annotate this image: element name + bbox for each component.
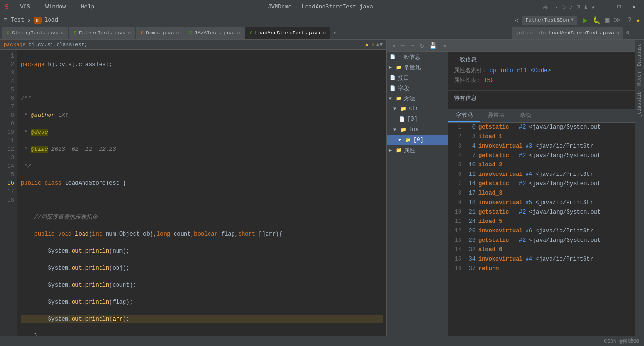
tab-overflow-button[interactable]: ▾ [331, 29, 338, 37]
tab-close-stringtest[interactable]: ✕ [61, 30, 64, 36]
code-lines-container: 1 2 3 4 5 6 7 8 9 10 11 12 13 14 15 16 1 [0, 50, 386, 336]
minimize-button[interactable]: — [599, 3, 610, 11]
close-button[interactable]: ✕ [628, 2, 639, 11]
bookmark-button[interactable]: ★ [636, 16, 640, 24]
tool-maven[interactable]: Maven [636, 70, 643, 88]
bc-args-1: #2 <java/lang/System.out [519, 124, 631, 131]
menu-help[interactable]: Help [77, 3, 98, 11]
jclasslib-prefix: jclasslib: [516, 30, 547, 36]
code-text-area[interactable]: package bj.cy.sj.classTest; /** * @autho… [17, 50, 386, 336]
jcls-back-btn[interactable]: ← [400, 42, 407, 49]
bc-row-10: 10 21 getstatic #2 <java/lang/System.out [448, 207, 635, 217]
tree-method-0-attr0[interactable]: 📄 [0] [387, 114, 448, 124]
package-text: package [4, 42, 25, 48]
settings-icon[interactable]: ⚙ [623, 29, 632, 36]
tab-javatest[interactable]: C JAVATest.java ✕ [184, 27, 245, 39]
run-config-dropdown-icon[interactable]: ▼ [571, 17, 574, 23]
warning-indicator: ▲ 5 [365, 42, 375, 48]
tab-exception-table[interactable]: 异常表 [480, 109, 512, 122]
jcls-refresh-btn[interactable]: ↻ [418, 42, 425, 49]
bc-line-8: 8 [452, 190, 461, 197]
status-right: CSDN @倾城00 [604, 338, 639, 345]
jclasslib-tab-close[interactable]: ✕ [616, 30, 619, 36]
jcls-export-btn[interactable]: ⇥ [441, 42, 448, 49]
attr-length-row: 属性长度: 150 [454, 76, 629, 84]
tree-method-0[interactable]: ▼ 📁 <in [387, 104, 448, 114]
special-info-section: 特有信息 [448, 91, 635, 109]
tree-interface[interactable]: 📄 接口 [387, 73, 448, 83]
tree-label-m1a0: [0] [413, 137, 424, 143]
debug-button[interactable]: 🐛 [593, 16, 601, 24]
code-content[interactable]: 1 2 3 4 5 6 7 8 9 10 11 12 13 14 15 16 1 [0, 50, 386, 336]
tab-loadandstore[interactable]: C LoadAndStoreTest.java ✕ [245, 27, 331, 39]
tab-close-javatest[interactable]: ✕ [237, 30, 240, 36]
tree-folder-attrs: 📁 [395, 147, 402, 154]
menu-window[interactable]: Window [42, 3, 69, 11]
back-nav-icon[interactable]: ◁ [515, 16, 519, 24]
bc-instr-3: invokevirtual [478, 143, 523, 149]
tree-methods[interactable]: ▼ 📁 方法 [387, 93, 448, 104]
bc-offset-14: 32 [464, 247, 476, 253]
tab-bytecode[interactable]: 字节码 [448, 109, 480, 122]
help-button[interactable]: ? [627, 16, 631, 24]
bc-row-6: 6 11 invokevirtual #4 <java/io/PrintStr [448, 170, 635, 179]
bc-offset-2: 3 [464, 133, 476, 140]
bc-offset-1: 0 [464, 124, 476, 131]
panel-options-icon[interactable]: — [633, 29, 642, 36]
tree-folder-m1: 📁 [400, 126, 407, 133]
more-actions[interactable]: ≫ [614, 16, 621, 24]
tab-stringtest[interactable]: C StringTest.java ✕ [2, 27, 68, 39]
jcls-close-btn[interactable]: ✕ [391, 42, 397, 49]
bc-args-15: #4 <java/io/PrintStr [526, 256, 631, 263]
bc-line-4: 4 [452, 152, 461, 159]
tab-fathertest[interactable]: F FatherTest.java ✕ [69, 27, 135, 39]
bc-line-14: 14 [452, 247, 461, 253]
tree-label-interface: 接口 [398, 74, 409, 82]
bc-instr-13: getstatic [478, 237, 516, 244]
tree-general-info[interactable]: 📄 一般信息 [387, 52, 448, 62]
tab-misc[interactable]: 杂项 [512, 109, 539, 122]
jclasslib-tab[interactable]: jclasslib: LoadAndStoreTest.java ✕ [512, 27, 623, 39]
bc-line-1: 1 [452, 124, 461, 131]
attr-name-value[interactable]: cp info #11 [489, 67, 527, 74]
tree-folder-cp: 📁 [395, 64, 402, 71]
run-config-selector[interactable]: FatherTest$Son ▼ [522, 16, 577, 25]
attr-name-label: 属性名索引: [454, 66, 485, 74]
bc-row-7: 7 14 getstatic #2 <java/lang/System.out [448, 179, 635, 189]
jcls-forward-btn[interactable]: → [410, 42, 416, 49]
menu-vcs[interactable]: VCS [16, 3, 34, 11]
line-numbers: 1 2 3 4 5 6 7 8 9 10 11 12 13 14 15 16 1 [0, 50, 17, 336]
bytecode-table: 1 0 getstatic #2 <java/lang/System.out 2… [448, 123, 635, 336]
tree-arrow-attrs: ▶ [389, 148, 393, 153]
maximize-button[interactable]: □ [614, 3, 625, 11]
tree-fields[interactable]: 📄 字段 [387, 83, 448, 93]
bc-offset-11: 24 [464, 218, 476, 225]
tree-constant-pool[interactable]: ▶ 📁 常量池 [387, 62, 448, 73]
run-button[interactable]: ▶ [583, 16, 588, 25]
tree-attributes[interactable]: ▶ 📁 属性 [387, 145, 448, 156]
run-config-label: FatherTest$Son [526, 17, 569, 23]
bc-offset-8: 17 [464, 190, 476, 197]
bc-instr-1: getstatic [478, 124, 516, 131]
nav-up-icon[interactable]: ▲ [376, 42, 380, 48]
package-path: bj.cy.sj.classTest; [28, 42, 87, 48]
tree-method-1[interactable]: ▼ 📁 loa [387, 124, 448, 135]
tab-close-fathertest[interactable]: ✕ [128, 30, 131, 36]
bc-args-4: #2 <java/lang/System.out [519, 152, 631, 159]
bc-line-12: 12 [452, 228, 461, 234]
tab-label-demo: Demo.java [146, 30, 174, 36]
coverage-button[interactable]: ▣ [605, 16, 609, 24]
tab-close-demo[interactable]: ✕ [176, 30, 179, 36]
tree-label-fields: 字段 [398, 84, 409, 92]
tab-demo[interactable]: C Demo.java ✕ [136, 27, 184, 39]
jcls-save-btn[interactable]: 💾 [428, 42, 438, 49]
tool-jclasslib[interactable]: jclasslib [636, 90, 643, 119]
attr-code-link[interactable]: <Code> [530, 67, 551, 74]
jclasslib-nav-bar: ✕ ← → ↻ 💾 ⇥ [387, 40, 635, 52]
bc-args-6: #4 <java/io/PrintStr [526, 171, 631, 178]
bc-args-7: #2 <java/lang/System.out [519, 181, 631, 187]
tree-method-1-attr0[interactable]: ▼ 📁 [0] [387, 135, 448, 145]
nav-down-icon[interactable]: ▼ [379, 42, 383, 48]
tab-close-loadandstore[interactable]: ✕ [323, 30, 326, 36]
tool-database[interactable]: Database [636, 41, 643, 68]
